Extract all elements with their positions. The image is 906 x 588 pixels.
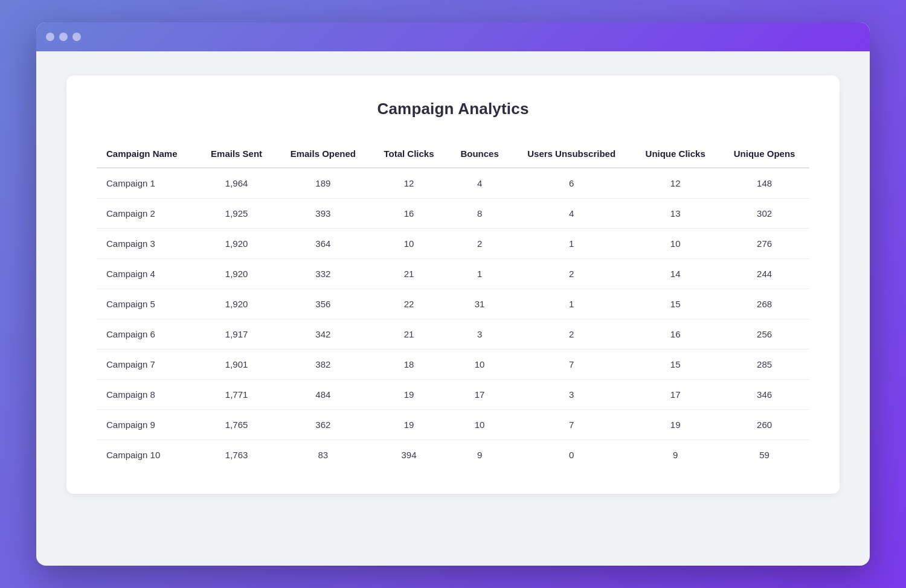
cell-r3-c6: 14 [631, 259, 719, 289]
table-row: Campaign 81,7714841917317346 [97, 380, 809, 410]
table-row: Campaign 61,917342213216256 [97, 319, 809, 350]
cell-r4-c4: 31 [448, 289, 512, 319]
col-header-7: Unique Opens [719, 140, 809, 168]
cell-r0-c1: 1,964 [197, 168, 275, 199]
col-header-3: Total Clicks [370, 140, 448, 168]
cell-r3-c3: 21 [370, 259, 448, 289]
table-row: Campaign 91,7653621910719260 [97, 410, 809, 440]
table-body: Campaign 11,964189124612148Campaign 21,9… [97, 168, 809, 470]
cell-r9-c7: 59 [719, 440, 809, 470]
col-header-0: Campaign Name [97, 140, 197, 168]
cell-r7-c2: 484 [276, 380, 370, 410]
cell-r1-c0: Campaign 2 [97, 199, 197, 229]
cell-r3-c5: 2 [512, 259, 631, 289]
cell-r5-c0: Campaign 6 [97, 319, 197, 350]
traffic-light-close[interactable] [46, 33, 54, 41]
cell-r8-c0: Campaign 9 [97, 410, 197, 440]
cell-r5-c3: 21 [370, 319, 448, 350]
cell-r6-c7: 285 [719, 350, 809, 380]
cell-r0-c0: Campaign 1 [97, 168, 197, 199]
cell-r9-c6: 9 [631, 440, 719, 470]
cell-r4-c2: 356 [276, 289, 370, 319]
cell-r4-c3: 22 [370, 289, 448, 319]
cell-r5-c5: 2 [512, 319, 631, 350]
window-content: Campaign Analytics Campaign NameEmails S… [36, 51, 870, 566]
cell-r2-c6: 10 [631, 229, 719, 259]
col-header-5: Users Unsubscribed [512, 140, 631, 168]
cell-r4-c0: Campaign 5 [97, 289, 197, 319]
cell-r0-c4: 4 [448, 168, 512, 199]
cell-r2-c7: 276 [719, 229, 809, 259]
cell-r2-c5: 1 [512, 229, 631, 259]
cell-r4-c6: 15 [631, 289, 719, 319]
cell-r4-c1: 1,920 [197, 289, 275, 319]
cell-r8-c3: 19 [370, 410, 448, 440]
cell-r6-c4: 10 [448, 350, 512, 380]
cell-r6-c1: 1,901 [197, 350, 275, 380]
cell-r1-c6: 13 [631, 199, 719, 229]
cell-r6-c0: Campaign 7 [97, 350, 197, 380]
cell-r4-c5: 1 [512, 289, 631, 319]
cell-r5-c2: 342 [276, 319, 370, 350]
cell-r3-c4: 1 [448, 259, 512, 289]
analytics-table: Campaign NameEmails SentEmails OpenedTot… [97, 140, 809, 470]
cell-r5-c6: 16 [631, 319, 719, 350]
cell-r7-c1: 1,771 [197, 380, 275, 410]
cell-r3-c1: 1,920 [197, 259, 275, 289]
cell-r8-c2: 362 [276, 410, 370, 440]
cell-r9-c1: 1,763 [197, 440, 275, 470]
cell-r8-c7: 260 [719, 410, 809, 440]
cell-r8-c5: 7 [512, 410, 631, 440]
cell-r8-c6: 19 [631, 410, 719, 440]
cell-r7-c7: 346 [719, 380, 809, 410]
table-row: Campaign 41,920332211214244 [97, 259, 809, 289]
cell-r7-c3: 19 [370, 380, 448, 410]
table-row: Campaign 101,7638339490959 [97, 440, 809, 470]
cell-r2-c0: Campaign 3 [97, 229, 197, 259]
cell-r7-c0: Campaign 8 [97, 380, 197, 410]
col-header-2: Emails Opened [276, 140, 370, 168]
cell-r1-c3: 16 [370, 199, 448, 229]
analytics-card: Campaign Analytics Campaign NameEmails S… [66, 75, 840, 494]
cell-r9-c4: 9 [448, 440, 512, 470]
header-row: Campaign NameEmails SentEmails OpenedTot… [97, 140, 809, 168]
traffic-light-maximize[interactable] [72, 33, 81, 41]
col-header-6: Unique Clicks [631, 140, 719, 168]
cell-r9-c0: Campaign 10 [97, 440, 197, 470]
cell-r0-c2: 189 [276, 168, 370, 199]
main-window: Campaign Analytics Campaign NameEmails S… [36, 22, 870, 566]
cell-r3-c7: 244 [719, 259, 809, 289]
table-header: Campaign NameEmails SentEmails OpenedTot… [97, 140, 809, 168]
cell-r7-c6: 17 [631, 380, 719, 410]
cell-r2-c2: 364 [276, 229, 370, 259]
cell-r2-c1: 1,920 [197, 229, 275, 259]
cell-r9-c5: 0 [512, 440, 631, 470]
cell-r5-c4: 3 [448, 319, 512, 350]
cell-r9-c3: 394 [370, 440, 448, 470]
cell-r0-c3: 12 [370, 168, 448, 199]
cell-r7-c4: 17 [448, 380, 512, 410]
cell-r1-c5: 4 [512, 199, 631, 229]
cell-r4-c7: 268 [719, 289, 809, 319]
cell-r3-c2: 332 [276, 259, 370, 289]
cell-r2-c4: 2 [448, 229, 512, 259]
cell-r8-c4: 10 [448, 410, 512, 440]
cell-r8-c1: 1,765 [197, 410, 275, 440]
cell-r9-c2: 83 [276, 440, 370, 470]
col-header-4: Bounces [448, 140, 512, 168]
cell-r1-c4: 8 [448, 199, 512, 229]
cell-r1-c7: 302 [719, 199, 809, 229]
cell-r0-c5: 6 [512, 168, 631, 199]
page-title: Campaign Analytics [97, 100, 809, 118]
cell-r6-c6: 15 [631, 350, 719, 380]
cell-r0-c7: 148 [719, 168, 809, 199]
table-row: Campaign 51,9203562231115268 [97, 289, 809, 319]
traffic-light-minimize[interactable] [59, 33, 68, 41]
table-row: Campaign 71,9013821810715285 [97, 350, 809, 380]
titlebar [36, 22, 870, 51]
cell-r2-c3: 10 [370, 229, 448, 259]
cell-r6-c5: 7 [512, 350, 631, 380]
cell-r6-c2: 382 [276, 350, 370, 380]
cell-r6-c3: 18 [370, 350, 448, 380]
cell-r1-c1: 1,925 [197, 199, 275, 229]
